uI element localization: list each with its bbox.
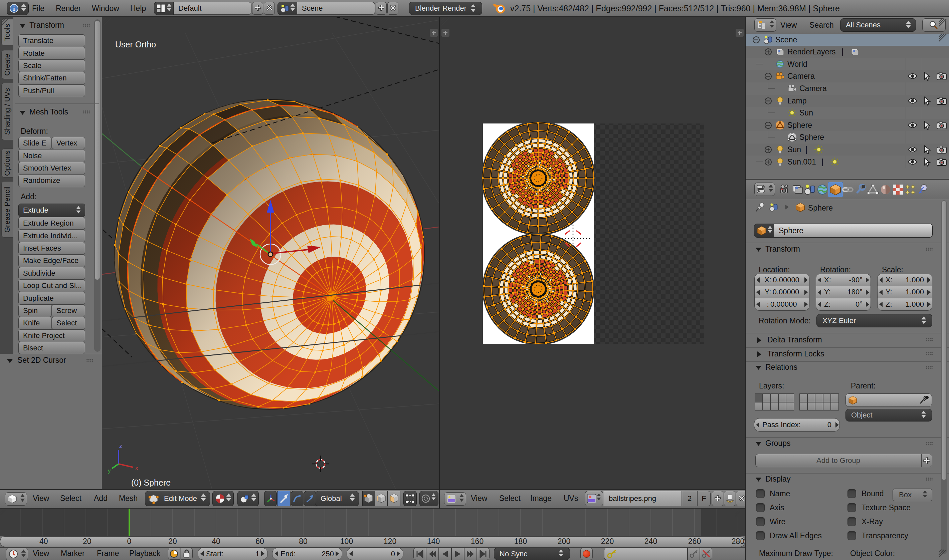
svg-text:i: i xyxy=(13,5,15,12)
svg-text:(0) Sphere: (0) Sphere xyxy=(131,478,171,487)
svg-text:y: y xyxy=(108,468,111,474)
svg-text:z: z xyxy=(119,443,122,449)
svg-text:User Ortho: User Ortho xyxy=(115,40,156,49)
svg-text:x: x xyxy=(135,465,138,471)
